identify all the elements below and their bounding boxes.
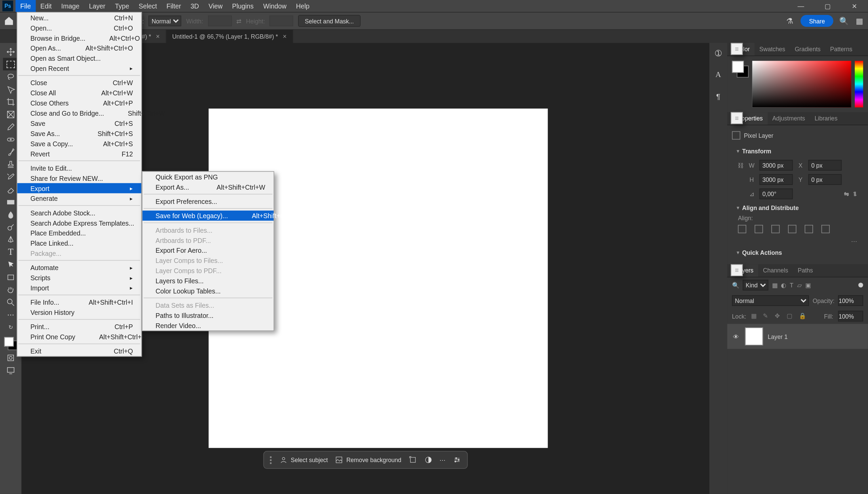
menu-item[interactable]: Close OthersAlt+Ctrl+P [17, 98, 141, 108]
character-icon[interactable]: A [713, 69, 724, 80]
transform-section[interactable]: Transform [732, 144, 863, 158]
edit-toolbar[interactable]: ↻ [3, 321, 19, 334]
menu-item[interactable]: SaveCtrl+S [17, 118, 141, 128]
color-field[interactable] [752, 61, 851, 107]
filter-icon[interactable]: 🔍 [732, 282, 739, 288]
menu-item[interactable]: Import [17, 283, 141, 293]
menu-item[interactable]: Open as Smart Object... [17, 53, 141, 63]
layer-name[interactable]: Layer 1 [768, 333, 788, 340]
home-icon[interactable] [4, 16, 15, 26]
beaker-icon[interactable]: ⚗ [785, 16, 795, 25]
menu-edit[interactable]: Edit [36, 0, 56, 12]
panel-tab-patterns[interactable]: Patterns [825, 43, 857, 56]
menu-filter[interactable]: Filter [162, 0, 186, 12]
x-field[interactable] [808, 160, 842, 171]
menu-item[interactable]: Paths to Illustrator... [142, 310, 274, 320]
menu-item[interactable]: Quick Export as PNG [142, 172, 274, 182]
angle-field[interactable] [760, 189, 793, 200]
layer-row[interactable]: 👁 Layer 1 [727, 324, 868, 349]
zoom-tool[interactable] [3, 296, 19, 308]
menu-3d[interactable]: 3D [186, 0, 204, 12]
history-brush-tool[interactable] [3, 171, 19, 183]
height-field[interactable] [760, 174, 793, 185]
lock-position-icon[interactable]: ✥ [775, 312, 782, 320]
menu-item[interactable]: File Info...Alt+Shift+Ctrl+I [17, 297, 141, 307]
menu-item[interactable]: Version History [17, 307, 141, 317]
more-icon[interactable]: ⋯ [439, 457, 446, 463]
opacity-field[interactable] [838, 295, 863, 306]
align-buttons[interactable] [732, 221, 863, 237]
path-select-tool[interactable] [3, 258, 19, 271]
stamp-tool[interactable] [3, 158, 19, 171]
dodge-tool[interactable] [3, 221, 19, 233]
crop-tool[interactable] [3, 95, 19, 108]
menu-item[interactable]: Search Adobe Express Templates... [17, 218, 141, 228]
menu-item[interactable]: Generate [17, 193, 141, 204]
marquee-tool[interactable] [3, 58, 19, 71]
menu-item[interactable]: Layers to Files... [142, 276, 274, 286]
close-button[interactable]: ✕ [841, 2, 868, 10]
panel-menu-icon[interactable]: ≡ [731, 43, 743, 55]
menu-item[interactable]: Close AllAlt+Ctrl+W [17, 88, 141, 98]
more-tools[interactable]: ⋯ [3, 308, 19, 321]
menu-image[interactable]: Image [56, 0, 84, 12]
align-section[interactable]: Align and Distribute [732, 201, 863, 214]
gradient-tool[interactable] [3, 196, 19, 208]
panel-tab-paths[interactable]: Paths [793, 264, 818, 277]
fill-field[interactable] [838, 311, 863, 322]
history-icon[interactable]: ➀ [713, 48, 724, 59]
menu-item[interactable]: Search Adobe Stock... [17, 208, 141, 218]
menu-layer[interactable]: Layer [84, 0, 110, 12]
filter-toggle[interactable] [859, 283, 863, 287]
menu-file[interactable]: File [16, 0, 36, 12]
layer-thumbnail[interactable] [745, 327, 763, 345]
close-tab-icon[interactable]: × [156, 33, 160, 40]
move-tool[interactable] [3, 45, 19, 58]
menu-help[interactable]: Help [291, 0, 314, 12]
menu-item[interactable]: ExitCtrl+Q [17, 346, 141, 356]
menu-item[interactable]: Save As...Shift+Ctrl+S [17, 128, 141, 138]
menu-item[interactable]: New...Ctrl+N [17, 13, 141, 23]
menu-item[interactable]: Export Preferences... [142, 196, 274, 206]
menu-item[interactable]: Export [17, 183, 141, 193]
share-button[interactable]: Share [801, 15, 833, 27]
style-select[interactable]: Normal [149, 16, 181, 26]
document-tab[interactable]: Untitled-1 @ 66,7% (Layer 1, RGB/8#) *× [166, 30, 293, 43]
panel-menu-icon[interactable]: ≡ [731, 112, 743, 124]
paragraph-icon[interactable]: ¶ [713, 91, 724, 101]
width-field[interactable] [760, 160, 793, 171]
panel-tab-gradients[interactable]: Gradients [790, 43, 825, 56]
menu-view[interactable]: View [204, 0, 228, 12]
menu-item[interactable]: Invite to Edit... [17, 163, 141, 173]
blur-tool[interactable] [3, 208, 19, 221]
rectangle-tool[interactable] [3, 271, 19, 283]
transform-icon[interactable] [409, 456, 417, 464]
menu-type[interactable]: Type [110, 0, 134, 12]
maximize-button[interactable]: ▢ [814, 2, 841, 10]
lock-all-icon[interactable]: 🔒 [799, 312, 806, 320]
drag-handle-icon[interactable] [270, 456, 272, 464]
filter-kind-select[interactable]: Kind [743, 280, 768, 291]
menu-item[interactable]: Open...Ctrl+O [17, 23, 141, 33]
menu-item[interactable]: CloseCtrl+W [17, 78, 141, 88]
menu-item[interactable]: RevertF12 [17, 149, 141, 159]
workspace-icon[interactable]: ▦ [855, 16, 864, 25]
menu-item[interactable]: Open Recent [17, 63, 141, 73]
lock-artboard-icon[interactable]: ▢ [787, 312, 794, 320]
remove-background-button[interactable]: Remove background [335, 456, 401, 464]
filter-adjust-icon[interactable]: ◐ [781, 282, 786, 288]
menu-item[interactable]: Render Video... [142, 320, 274, 330]
frame-tool[interactable] [3, 108, 19, 120]
quick-select-tool[interactable] [3, 83, 19, 95]
menu-item[interactable]: Save a Copy...Alt+Ctrl+S [17, 138, 141, 149]
adjust-icon[interactable] [424, 456, 432, 464]
blend-mode-select[interactable]: Normal [732, 295, 809, 306]
menu-item[interactable]: Open As...Alt+Shift+Ctrl+O [17, 43, 141, 53]
select-subject-button[interactable]: Select subject [279, 456, 328, 464]
hand-tool[interactable] [3, 283, 19, 296]
color-swatch[interactable] [3, 336, 19, 352]
panel-tab-libraries[interactable]: Libraries [810, 112, 842, 125]
lasso-tool[interactable] [3, 70, 19, 83]
panel-tab-adjustments[interactable]: Adjustments [768, 112, 810, 125]
link-icon[interactable]: ⛓ [738, 162, 744, 168]
